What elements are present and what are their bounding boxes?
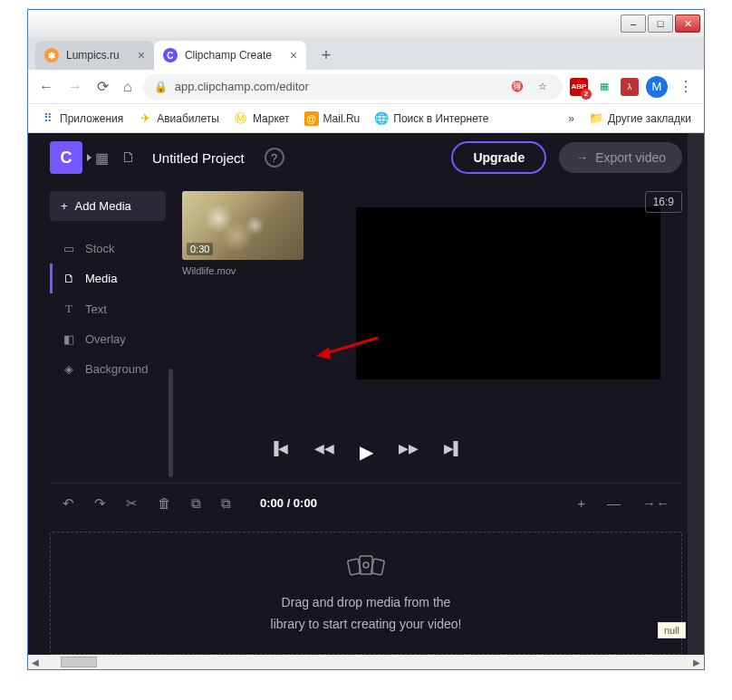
media-panel: 0:30 Wildlife.mov bbox=[182, 191, 318, 427]
text-icon: T bbox=[62, 302, 76, 316]
paste-button[interactable]: ⧉ bbox=[221, 495, 231, 512]
plus-icon: + bbox=[61, 199, 68, 213]
bookmarks-bar: ⠿Приложения ✈Авиабилеты ⓂМаркет @Mail.Ru… bbox=[28, 104, 704, 133]
timeline-toolbar: ↶ ↷ ✂ 🗑 ⧉ ⧉ 0:00 / 0:00 + — →← bbox=[50, 483, 682, 523]
bookmark-apps[interactable]: ⠿Приложения bbox=[35, 109, 129, 129]
tab-title: Lumpics.ru bbox=[66, 49, 120, 62]
cut-button[interactable]: ✂ bbox=[126, 495, 138, 512]
file-icon[interactable]: 🗋 bbox=[121, 149, 136, 166]
tab-strip: ✱ Lumpics.ru × C Clipchamp Create × + bbox=[28, 37, 704, 70]
preview-area: 16:9 bbox=[334, 191, 682, 427]
add-media-button[interactable]: + Add Media bbox=[50, 191, 166, 221]
app-content: C ▦ 🗋 Untitled Project ? Upgrade → Expor… bbox=[28, 133, 704, 655]
skip-end-button[interactable]: ▶▌ bbox=[444, 441, 463, 463]
favicon-lumpics: ✱ bbox=[44, 48, 59, 62]
bookmark-avia[interactable]: ✈Авиабилеты bbox=[132, 109, 225, 129]
browser-tab-clipchamp[interactable]: C Clipchamp Create × bbox=[154, 41, 306, 70]
menu-icon[interactable]: ⋮ bbox=[675, 74, 697, 99]
delete-button[interactable]: 🗑 bbox=[158, 495, 171, 511]
window-frame: – □ ✕ ✱ Lumpics.ru × C Clipchamp Create … bbox=[27, 9, 705, 670]
dropzone-text-1: Drag and drop media from the bbox=[69, 592, 663, 614]
project-title[interactable]: Untitled Project bbox=[152, 150, 245, 166]
media-icon: 🗋 bbox=[62, 272, 76, 285]
close-button[interactable]: ✕ bbox=[675, 14, 700, 33]
abp-icon[interactable]: ABP2 bbox=[570, 78, 588, 96]
app-header: C ▦ 🗋 Untitled Project ? Upgrade → Expor… bbox=[28, 133, 704, 182]
export-button[interactable]: → Export video bbox=[559, 142, 682, 173]
pdf-icon[interactable]: λ bbox=[621, 78, 639, 96]
maximize-button[interactable]: □ bbox=[648, 14, 673, 33]
clip-filename: Wildlife.mov bbox=[182, 265, 318, 276]
ext-icon-1[interactable]: ▦ bbox=[595, 78, 613, 96]
timeline-time: 0:00 / 0:00 bbox=[260, 496, 317, 510]
url-field[interactable]: 🔒 app.clipchamp.com/editor 🉐 ☆ bbox=[143, 74, 563, 100]
minimize-button[interactable]: – bbox=[621, 14, 646, 33]
dropzone-icon bbox=[69, 551, 663, 583]
zoom-in-button[interactable]: + bbox=[577, 495, 585, 511]
workspace: + Add Media ▭Stock 🗋Media TText ◧Overlay… bbox=[28, 182, 704, 427]
tab-close-icon[interactable]: × bbox=[138, 48, 145, 62]
sidebar-item-stock[interactable]: ▭Stock bbox=[50, 234, 166, 264]
background-icon: ◈ bbox=[62, 362, 76, 376]
sidebar-scrollbar[interactable] bbox=[169, 369, 173, 477]
media-clip-thumbnail[interactable]: 0:30 bbox=[182, 191, 303, 260]
rewind-button[interactable]: ◀◀ bbox=[314, 441, 334, 463]
undo-button[interactable]: ↶ bbox=[63, 495, 74, 512]
timeline-dropzone[interactable]: Drag and drop media from the library to … bbox=[50, 532, 682, 655]
clipchamp-logo[interactable]: C bbox=[50, 141, 82, 174]
horizontal-scrollbar[interactable]: ◀ ▶ bbox=[28, 655, 704, 669]
window-titlebar: – □ ✕ bbox=[28, 10, 704, 37]
bookmark-search[interactable]: 🌐Поиск в Интернете bbox=[369, 109, 494, 129]
tab-close-icon[interactable]: × bbox=[290, 48, 297, 62]
dropzone-text-2: library to start creating your video! bbox=[69, 614, 663, 636]
null-tooltip: null bbox=[658, 622, 686, 638]
reload-button[interactable]: ⟳ bbox=[93, 74, 112, 99]
svg-rect-2 bbox=[360, 556, 372, 574]
stock-icon: ▭ bbox=[62, 242, 76, 255]
sidebar: + Add Media ▭Stock 🗋Media TText ◧Overlay… bbox=[50, 191, 166, 427]
svg-point-5 bbox=[363, 562, 369, 568]
play-button[interactable]: ▶ bbox=[360, 441, 373, 463]
new-tab-button[interactable]: + bbox=[313, 43, 339, 68]
zoom-fit-button[interactable]: →← bbox=[642, 495, 669, 511]
arrow-right-icon: → bbox=[575, 150, 588, 165]
vertical-scrollbar[interactable] bbox=[688, 133, 704, 655]
bookmark-market[interactable]: ⓂМаркет bbox=[228, 109, 295, 129]
tab-title: Clipchamp Create bbox=[185, 49, 272, 62]
sidebar-item-overlay[interactable]: ◧Overlay bbox=[50, 324, 166, 354]
sidebar-item-text[interactable]: TText bbox=[50, 293, 166, 324]
bookmarks-overflow[interactable]: » bbox=[563, 112, 580, 125]
aspect-ratio-badge[interactable]: 16:9 bbox=[645, 191, 682, 213]
video-icon[interactable]: ▦ bbox=[95, 149, 109, 167]
playback-controls: ▐◀ ◀◀ ▶ ▶▶ ▶▌ bbox=[28, 427, 704, 477]
skip-start-button[interactable]: ▐◀ bbox=[270, 441, 289, 463]
redo-button[interactable]: ↷ bbox=[94, 495, 106, 512]
upgrade-button[interactable]: Upgrade bbox=[451, 141, 546, 174]
translate-icon[interactable]: 🉐 bbox=[508, 78, 526, 96]
fast-forward-button[interactable]: ▶▶ bbox=[399, 441, 419, 463]
address-bar: ← → ⟳ ⌂ 🔒 app.clipchamp.com/editor 🉐 ☆ A… bbox=[28, 70, 704, 104]
browser-tab-lumpics[interactable]: ✱ Lumpics.ru × bbox=[35, 41, 154, 70]
copy-button[interactable]: ⧉ bbox=[191, 495, 201, 512]
lock-icon: 🔒 bbox=[154, 81, 168, 93]
overlay-icon: ◧ bbox=[62, 332, 76, 346]
sidebar-item-media[interactable]: 🗋Media bbox=[50, 264, 166, 293]
star-icon[interactable]: ☆ bbox=[534, 78, 552, 96]
bookmark-mailru[interactable]: @Mail.Ru bbox=[299, 109, 366, 129]
home-button[interactable]: ⌂ bbox=[120, 75, 136, 99]
back-button[interactable]: ← bbox=[35, 75, 57, 99]
help-icon[interactable]: ? bbox=[265, 148, 284, 168]
zoom-out-button[interactable]: — bbox=[607, 495, 621, 511]
clip-duration: 0:30 bbox=[187, 243, 213, 255]
forward-button[interactable]: → bbox=[64, 75, 86, 99]
url-text: app.clipchamp.com/editor bbox=[175, 80, 501, 93]
video-preview[interactable] bbox=[356, 207, 660, 379]
favicon-clipchamp: C bbox=[163, 48, 178, 62]
other-bookmarks[interactable]: 📁Другие закладки bbox=[583, 109, 697, 129]
profile-avatar[interactable]: M bbox=[646, 76, 668, 98]
sidebar-item-background[interactable]: ◈Background bbox=[50, 354, 166, 384]
